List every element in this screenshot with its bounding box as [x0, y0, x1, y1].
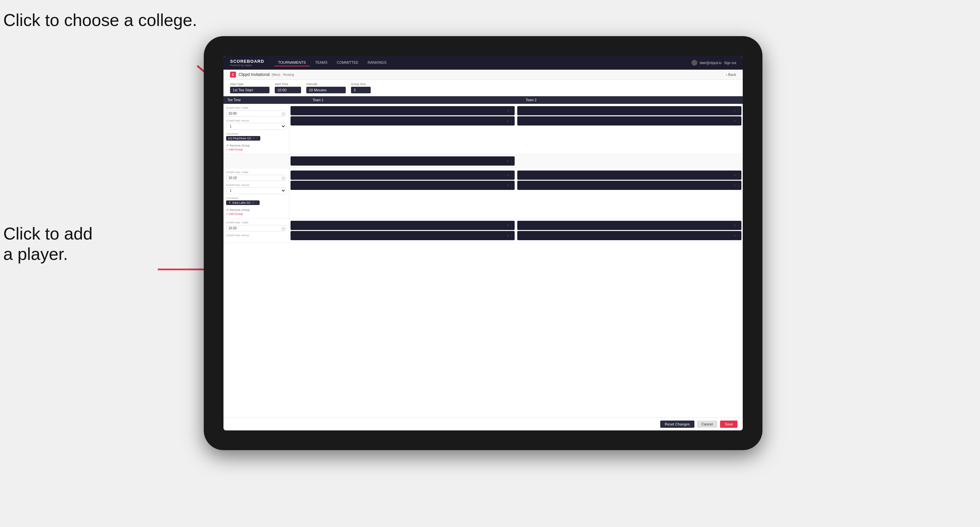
bottom-bar: Reset Changes Cancel Save [223, 417, 743, 430]
reorder-player-1-1[interactable]: ⋮ [510, 110, 513, 113]
start-time-input[interactable] [275, 87, 301, 93]
annotation-text-1: Click to choose a college. [3, 11, 197, 30]
starting-hole-select-1[interactable]: 1 [226, 123, 286, 130]
tablet-screen: SCOREBOARD Powered by clippd TOURNAMENTS… [223, 56, 743, 430]
reorder-course-slot-1[interactable]: ⋮ [510, 160, 513, 163]
navbar-nav: TOURNAMENTS TEAMS COMMITTEE RANKINGS [274, 59, 692, 67]
remove-player-r-2-2[interactable]: × [734, 184, 735, 187]
reorder-player-3-1[interactable]: ⋮ [510, 224, 513, 227]
starting-hole-wrapper-1: 1 [226, 123, 286, 131]
player-slot-r-2-2[interactable]: × ⋮ [517, 181, 741, 190]
add-group-link-1[interactable]: + Add Group [226, 148, 286, 151]
user-email: blair@clippd.io [700, 61, 722, 65]
course-slot-1[interactable]: × ⋮ [291, 156, 515, 166]
user-avatar [692, 60, 697, 66]
remove-player-1-2[interactable]: × [507, 119, 509, 122]
reorder-player-r-2-1[interactable]: ⋮ [737, 174, 740, 177]
player-slot-1-2[interactable]: × ⋮ [291, 116, 515, 125]
course-name-2: 🏌 East Lake GC [228, 201, 251, 204]
intervals-select[interactable]: 10 Minutes [306, 87, 346, 93]
cancel-button[interactable]: Cancel [697, 421, 718, 428]
save-button[interactable]: Save [720, 421, 737, 428]
nav-rankings[interactable]: RANKINGS [364, 59, 390, 67]
table-row-2: STARTING TIME: 🕐 STARTING HOLE: 1 COURSE… [223, 168, 743, 219]
nav-tournaments[interactable]: TOURNAMENTS [274, 59, 310, 67]
annotation-choose-college: Click to choose a college. [3, 10, 197, 30]
start-type-label: Start Type [230, 83, 269, 86]
reorder-player-2-2[interactable]: ⋮ [510, 184, 513, 187]
mid-col-3: × ⋮ × ⋮ [289, 219, 516, 243]
course-mid-1: × ⋮ [289, 154, 516, 168]
subheader: C Clippd Invitational (Men) Hosting ‹ Ba… [223, 70, 743, 80]
player-slot-r-2-1[interactable]: × ⋮ [517, 170, 741, 180]
reset-button[interactable]: Reset Changes [660, 421, 694, 428]
player-slot-r-1-1[interactable]: × ⋮ [517, 106, 741, 115]
brand-title: SCOREBOARD [230, 59, 264, 64]
reorder-player-2-1[interactable]: ⋮ [510, 174, 513, 177]
course-tag-2[interactable]: 🏌 East Lake GC × ⋮ [226, 200, 259, 205]
clock-icon-3: 🕐 [281, 227, 285, 230]
add-group-link-2[interactable]: + Add Group [226, 212, 286, 216]
nav-committee[interactable]: COMMITTEE [333, 59, 363, 67]
player-slot-3-2[interactable]: × ⋮ [291, 231, 515, 240]
slot-controls-1-1: × ⋮ [506, 109, 513, 113]
remove-player-2-1[interactable]: × [507, 173, 509, 177]
remove-player-2-2[interactable]: × [507, 184, 509, 187]
starting-hole-wrapper-2: 1 [226, 187, 286, 195]
course-label-1: COURSE: [226, 132, 286, 135]
remove-player-3-2[interactable]: × [507, 234, 509, 237]
reorder-player-r-1-2[interactable]: ⋮ [737, 120, 740, 122]
starting-time-input-3[interactable] [226, 225, 286, 231]
back-button[interactable]: ‹ Back [726, 73, 736, 76]
player-slot-2-2[interactable]: × ⋮ [291, 181, 515, 190]
course-tag-1[interactable]: (A) Peachtree GC × ⋮ [226, 136, 260, 141]
col-team2: Team 2 [526, 98, 739, 102]
left-col-3: STARTING TIME: 🕐 STARTING HOLE: [223, 219, 289, 243]
annotation-text-2: Click to adda player. [3, 224, 93, 264]
player-slot-2-1[interactable]: × ⋮ [291, 170, 515, 180]
remove-course-1[interactable]: × ⋮ [253, 137, 259, 140]
brand-subtitle: Powered by clippd [230, 64, 264, 67]
start-time-label: Start Time [275, 83, 301, 86]
player-slot-r-3-2[interactable]: × ⋮ [517, 231, 741, 240]
reorder-player-r-3-1[interactable]: ⋮ [737, 224, 740, 227]
player-slot-3-1[interactable]: × ⋮ [291, 221, 515, 230]
remove-player-r-3-1[interactable]: × [734, 224, 735, 227]
table-area: STARTING TIME: 🕐 STARTING HOLE: 1 COURSE… [223, 104, 743, 417]
player-slot-r-1-2[interactable]: × ⋮ [517, 116, 741, 125]
start-time-group: Start Time [275, 83, 301, 93]
sign-out-link[interactable]: Sign out [724, 61, 736, 65]
course-right-1 [516, 154, 743, 168]
remove-course-2[interactable]: × ⋮ [252, 201, 258, 204]
remove-group-link-1[interactable]: ↺ Remove Group [226, 144, 250, 147]
remove-group-link-2[interactable]: ↺ Remove Group [226, 208, 250, 211]
navbar-brand: SCOREBOARD Powered by clippd [230, 59, 264, 67]
player-slot-r-3-1[interactable]: × ⋮ [517, 221, 741, 230]
reorder-player-r-1-1[interactable]: ⋮ [737, 110, 740, 113]
start-type-select[interactable]: 1st Tee Start [230, 87, 269, 93]
reorder-player-1-2[interactable]: ⋮ [510, 120, 513, 122]
reorder-player-r-3-2[interactable]: ⋮ [737, 234, 740, 237]
intervals-label: Intervals [306, 83, 346, 86]
reorder-player-r-2-2[interactable]: ⋮ [737, 184, 740, 187]
group-size-select[interactable]: 3 [351, 87, 371, 93]
remove-player-r-1-1[interactable]: × [734, 109, 735, 113]
table-row: STARTING TIME: 🕐 STARTING HOLE: 1 COURSE… [223, 104, 743, 154]
slot-controls-r-1-1: × ⋮ [733, 109, 740, 113]
col-tee-time: Tee Time [228, 98, 313, 102]
starting-hole-select-2[interactable]: 1 [226, 187, 286, 194]
starting-time-input-1[interactable] [226, 110, 286, 117]
remove-player-3-1[interactable]: × [507, 224, 509, 227]
hosting-label: Hosting [283, 73, 294, 76]
starting-time-input-2[interactable] [226, 175, 286, 181]
starting-time-wrapper-1: 🕐 [226, 110, 286, 118]
player-slot-1-1[interactable]: × ⋮ [291, 106, 515, 115]
tablet-frame: SCOREBOARD Powered by clippd TOURNAMENTS… [204, 36, 762, 450]
remove-course-slot-1[interactable]: × [507, 159, 509, 163]
nav-teams[interactable]: TEAMS [311, 59, 332, 67]
reorder-player-3-2[interactable]: ⋮ [510, 234, 513, 237]
remove-player-r-1-2[interactable]: × [734, 119, 735, 122]
remove-player-1-1[interactable]: × [507, 109, 509, 113]
remove-player-r-3-2[interactable]: × [734, 234, 735, 237]
remove-player-r-2-1[interactable]: × [734, 173, 735, 177]
